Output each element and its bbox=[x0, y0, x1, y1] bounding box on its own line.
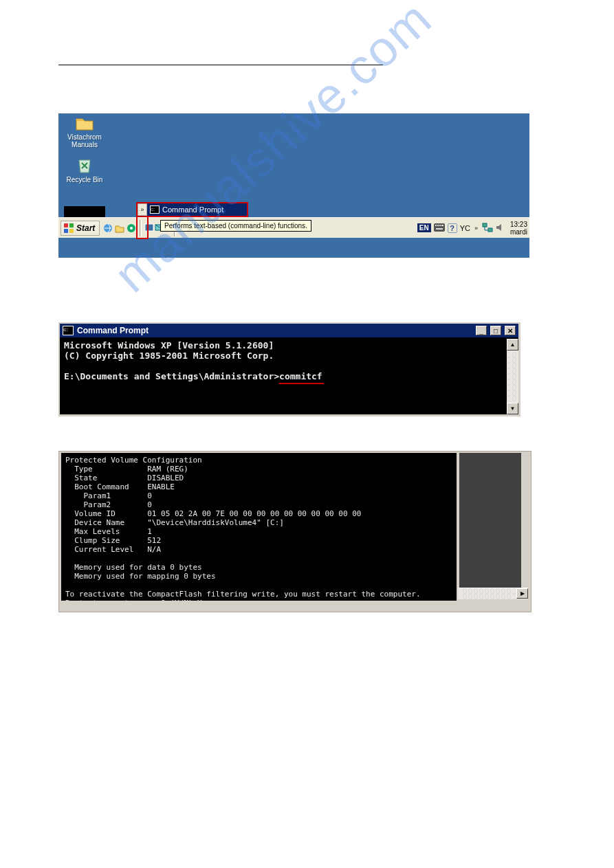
yc-indicator[interactable]: YC bbox=[460, 224, 470, 232]
svg-rect-12 bbox=[439, 225, 441, 226]
taskbar-clock[interactable]: 13:23 mardi bbox=[510, 221, 527, 236]
terminal-line: Device Name "\Device\HarddiskVolume4" [C… bbox=[65, 518, 284, 527]
help-icon[interactable]: ? bbox=[448, 223, 457, 233]
terminal-line: Max Levels 1 bbox=[65, 527, 152, 536]
terminal-line: State DISABLED bbox=[65, 474, 184, 482]
svg-rect-15 bbox=[483, 223, 487, 227]
recycle-bin-icon bbox=[75, 156, 94, 174]
chevron-right-icon[interactable]: » bbox=[473, 225, 479, 232]
maximize-button[interactable]: □ bbox=[490, 326, 501, 335]
windows-logo-icon bbox=[63, 223, 74, 234]
terminal-line: Type RAM (REG) bbox=[65, 465, 188, 474]
terminal-line: Microsoft Windows XP [Version 5.1.2600] bbox=[64, 340, 274, 350]
desktop-icon-label: Vistachrom Manuals bbox=[67, 133, 102, 148]
volume-icon[interactable] bbox=[496, 223, 505, 233]
quicklaunch-1 bbox=[102, 223, 137, 234]
screenshot-ewf-output: ▶ Protected Volume Configuration Type RA… bbox=[58, 451, 531, 612]
terminal-body[interactable]: Microsoft Windows XP [Version 5.1.2600] … bbox=[60, 337, 518, 414]
terminal-line: To reactivate the CompactFlash filtering… bbox=[65, 590, 421, 599]
network-icon[interactable] bbox=[482, 223, 493, 234]
terminal-line: Protected Volume Configuration bbox=[65, 456, 202, 465]
svg-rect-14 bbox=[436, 228, 443, 230]
terminal-line: Param1 0 bbox=[65, 491, 152, 500]
scrollbar-horizontal[interactable]: ▶ bbox=[458, 588, 528, 599]
svg-rect-13 bbox=[441, 225, 443, 226]
desktop-icon-vistachrom[interactable]: Vistachrom Manuals bbox=[64, 115, 105, 148]
terminal-line: (C) Copyright 1985-2001 Microsoft Corp. bbox=[64, 350, 274, 361]
svg-rect-7 bbox=[145, 224, 153, 231]
inactive-panel bbox=[459, 453, 521, 590]
taskbar-separator bbox=[140, 220, 142, 236]
command-prompt-label: Command Prompt bbox=[162, 205, 223, 214]
screenshot-cmd-window: c: Command Prompt _ □ ✕ ▲ ▼ Microsoft Wi… bbox=[58, 322, 520, 416]
svg-point-6 bbox=[130, 227, 133, 230]
cmd-icon: c: bbox=[150, 205, 160, 214]
svg-rect-0 bbox=[64, 223, 68, 227]
close-button[interactable]: ✕ bbox=[505, 326, 516, 335]
tooltip: Performs text-based (command-line) funct… bbox=[160, 220, 311, 232]
start-label: Start bbox=[76, 223, 95, 233]
command-prompt-popup: » c: Command Prompt bbox=[136, 202, 248, 217]
desktop-icon-recycle-bin[interactable]: Recycle Bin bbox=[64, 156, 105, 183]
media-icon[interactable] bbox=[126, 223, 137, 234]
terminal-input: Y bbox=[197, 599, 202, 601]
command-prompt-menu-item[interactable]: c: Command Prompt bbox=[147, 203, 247, 216]
svg-rect-10 bbox=[435, 225, 437, 226]
terminal-line: Current Level N/A bbox=[65, 545, 161, 554]
terminal-body[interactable]: Protected Volume Configuration Type RAM … bbox=[61, 453, 457, 601]
scroll-right-icon[interactable]: ▶ bbox=[516, 588, 528, 599]
folder-icon bbox=[75, 115, 94, 131]
terminal-line: Memory used for data 0 bytes bbox=[65, 563, 202, 572]
svg-rect-1 bbox=[69, 223, 74, 227]
minimize-button[interactable]: _ bbox=[476, 326, 487, 335]
window-title: Command Prompt bbox=[77, 326, 149, 335]
chevron-right-icon[interactable]: » bbox=[138, 203, 147, 216]
terminal-command: commitcf bbox=[279, 371, 322, 381]
svg-rect-16 bbox=[488, 228, 492, 232]
svg-rect-9 bbox=[434, 223, 445, 232]
systray-app-icon bbox=[64, 206, 105, 217]
clock-day: mardi bbox=[510, 228, 527, 236]
terminal-line: Volume ID 01 05 02 2A 00 7E 00 00 00 00 … bbox=[65, 509, 361, 518]
section-divider bbox=[58, 65, 383, 65]
ie-icon[interactable] bbox=[102, 223, 113, 234]
svg-rect-2 bbox=[64, 229, 68, 233]
explorer-icon[interactable] bbox=[114, 223, 125, 234]
desktop-icon-label: Recycle Bin bbox=[67, 176, 103, 183]
terminal-line: Clump Size 512 bbox=[65, 536, 161, 545]
terminal-line: Boot Command ENABLE bbox=[65, 482, 175, 491]
language-indicator[interactable]: EN bbox=[417, 223, 431, 232]
terminal-line: Param2 0 bbox=[65, 500, 152, 509]
system-tray: EN ? YC » 13:23 mardi bbox=[417, 221, 527, 236]
keyboard-icon[interactable] bbox=[434, 223, 445, 233]
clock-time: 13:23 bbox=[510, 221, 527, 228]
cmd-icon: c: bbox=[63, 326, 74, 335]
svg-rect-3 bbox=[69, 229, 74, 233]
show-desktop-icon[interactable] bbox=[144, 223, 154, 234]
terminal-line: Restart computer now ? (Y/N): bbox=[65, 599, 197, 601]
window-titlebar: c: Command Prompt _ □ ✕ bbox=[60, 324, 518, 337]
start-button[interactable]: Start bbox=[61, 221, 100, 236]
svg-rect-11 bbox=[437, 225, 439, 226]
desktop-area: Vistachrom Manuals Recycle Bin » c: Comm… bbox=[58, 113, 529, 217]
terminal-prompt: E:\Documents and Settings\Administrator> bbox=[64, 371, 279, 381]
screenshot-desktop: Vistachrom Manuals Recycle Bin » c: Comm… bbox=[58, 113, 529, 258]
terminal-line: Memory used for mapping 0 bytes bbox=[65, 572, 216, 581]
